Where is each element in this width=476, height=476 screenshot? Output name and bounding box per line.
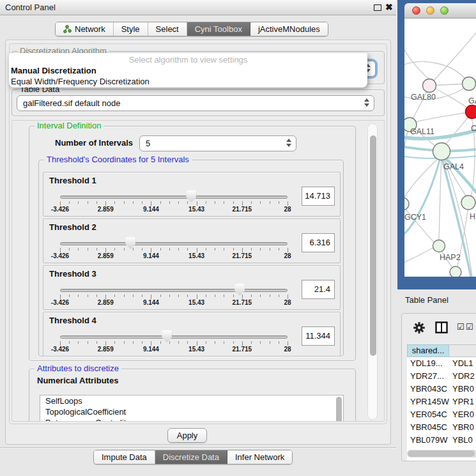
slider-track[interactable]	[60, 196, 288, 199]
slider-tick	[69, 295, 70, 297]
table-row[interactable]: YPR145WYPR1	[407, 395, 476, 408]
slider-tick	[224, 341, 224, 344]
apply-button[interactable]: Apply	[167, 428, 207, 443]
threshold-value-field[interactable]: 6.316	[302, 233, 335, 252]
slider-tick-label: 9.144	[135, 346, 167, 353]
float-window-icon[interactable]	[374, 4, 381, 11]
slider-tick	[78, 295, 79, 297]
threshold-value-field[interactable]: 21.4	[302, 280, 335, 299]
slider-tick	[169, 248, 170, 250]
column-header-shared-name[interactable]: shared...	[407, 344, 449, 357]
tab-infer-network[interactable]: Infer Network	[227, 450, 292, 464]
checkbox-icon[interactable]: ☑	[457, 322, 464, 332]
network-node-hap2[interactable]	[433, 240, 445, 252]
tab-label: Infer Network	[235, 452, 284, 462]
slider-tick	[288, 341, 288, 346]
cell-name: YIL0	[449, 459, 476, 461]
slider-tick	[105, 248, 106, 252]
table-row[interactable]: YBL079WYBL0	[407, 434, 476, 447]
threshold-label: Threshold 4	[49, 316, 96, 325]
threshold-value-field[interactable]: 11.344	[302, 326, 335, 346]
interval-definition-title: Interval Definition	[35, 121, 104, 130]
table-data-combobox[interactable]: galFiltered.sif default node	[17, 95, 374, 111]
slider-tick	[160, 295, 161, 297]
network-node-c[interactable]	[466, 105, 476, 119]
threshold-panel: Threshold 1-3.4262.8599.14415.4321.71528…	[43, 172, 341, 217]
slider-tick	[151, 295, 151, 299]
dropdown-option-equal-width[interactable]: Equal Width/Frequency Discretization	[11, 77, 150, 86]
slider-tick	[151, 341, 151, 346]
panel-scrollbar-thumb[interactable]	[370, 135, 376, 356]
table-row[interactable]: YBR045CYBR0	[407, 421, 476, 434]
slider-track[interactable]	[60, 289, 288, 292]
table-row[interactable]: YER054CYER0	[407, 408, 476, 421]
slider-handle[interactable]	[162, 330, 172, 342]
slider-track[interactable]	[60, 242, 288, 245]
list-item[interactable]: BetweennessCentrality	[40, 417, 343, 422]
tab-impute-data[interactable]: Impute Data	[94, 450, 155, 464]
column-header-name[interactable]: n	[449, 344, 476, 357]
tab-select[interactable]: Select	[148, 22, 187, 36]
table-hscrollbar-thumb[interactable]	[408, 450, 475, 457]
table-header-row: shared... n	[407, 344, 476, 357]
cell-shared-name: YDL19...	[407, 357, 449, 370]
slider-tick	[69, 248, 70, 250]
slider-tick	[224, 295, 224, 297]
network-node-gal4[interactable]	[433, 143, 450, 160]
threshold-label: Threshold 2	[49, 222, 96, 232]
minimize-traffic-icon[interactable]	[426, 6, 434, 15]
table-hscrollbar[interactable]	[407, 450, 476, 457]
panel-scrollbar-track[interactable]	[367, 123, 378, 420]
tab-discretize-data[interactable]: Discretize Data	[155, 450, 227, 464]
close-icon[interactable]: ✖	[385, 2, 393, 12]
slider-tick-label: 2.859	[89, 252, 121, 259]
network-node-gal80[interactable]	[423, 79, 436, 93]
slider-tick	[124, 341, 125, 344]
list-item[interactable]: TopologicalCoefficient	[40, 406, 343, 417]
tab-jactivemnodules[interactable]: jActiveMNodules	[250, 22, 328, 36]
table-row[interactable]: YDR27...YDR2	[407, 370, 476, 383]
numerical-attributes-list[interactable]: SelfLoopsTopologicalCoefficientBetweenne…	[40, 395, 344, 422]
network-canvas[interactable]: GAL80GACGAL11GAL4GCY1HHAP2	[404, 19, 476, 277]
slider-tick	[187, 295, 188, 297]
slider-tick	[60, 201, 61, 206]
slider-tick	[288, 201, 288, 206]
slider-tick	[88, 295, 88, 297]
dropdown-option-manual[interactable]: Manual Discretization	[11, 66, 96, 75]
network-window-titlebar[interactable]	[404, 3, 476, 19]
slider-tick	[124, 201, 125, 204]
close-traffic-icon[interactable]	[412, 6, 420, 15]
tab-style[interactable]: Style	[114, 22, 148, 36]
table-row[interactable]: YDL19...YDL1	[407, 357, 476, 370]
network-node[interactable]	[450, 266, 461, 277]
zoom-traffic-icon[interactable]	[440, 6, 449, 15]
slider-handle[interactable]	[125, 237, 135, 249]
slider-tick	[242, 248, 243, 252]
network-node-h[interactable]	[461, 196, 475, 210]
tab-network[interactable]: Network	[56, 22, 114, 36]
gear-icon[interactable]	[413, 322, 425, 334]
network-node-gcy1[interactable]	[404, 197, 409, 210]
network-node-ga[interactable]	[463, 77, 476, 91]
slider-handle[interactable]	[234, 284, 245, 296]
tab-cyni-toolbox[interactable]: Cyni Toolbox	[187, 22, 250, 36]
threshold-value-field[interactable]: 14.713	[302, 187, 335, 206]
checkbox-icon[interactable]: ☑	[466, 322, 473, 332]
slider-tick	[78, 201, 79, 204]
slider-tick-label: -3.426	[44, 346, 76, 353]
slider-tick	[142, 248, 142, 250]
list-scrollbar[interactable]	[336, 397, 342, 422]
node-attribute-table[interactable]: shared... n YDL19...YDL1YDR27...YDR2YBR0…	[407, 344, 476, 461]
list-item[interactable]: SelfLoops	[40, 395, 343, 406]
slider-tick-label: -3.426	[44, 252, 76, 259]
table-row[interactable]: YBR043CYBR0	[407, 383, 476, 395]
slider-tick	[187, 248, 188, 250]
split-columns-icon[interactable]	[435, 321, 448, 334]
slider-tick	[187, 201, 188, 204]
number-of-intervals-label: Number of Intervals	[55, 138, 133, 148]
table-row[interactable]: YIL052CYIL0	[407, 459, 476, 461]
slider-track[interactable]	[60, 335, 288, 339]
number-of-intervals-combobox[interactable]: 5	[139, 135, 296, 151]
control-panel-titlebar: Control Panel ✖	[0, 0, 396, 15]
network-node-label: H	[470, 212, 475, 221]
